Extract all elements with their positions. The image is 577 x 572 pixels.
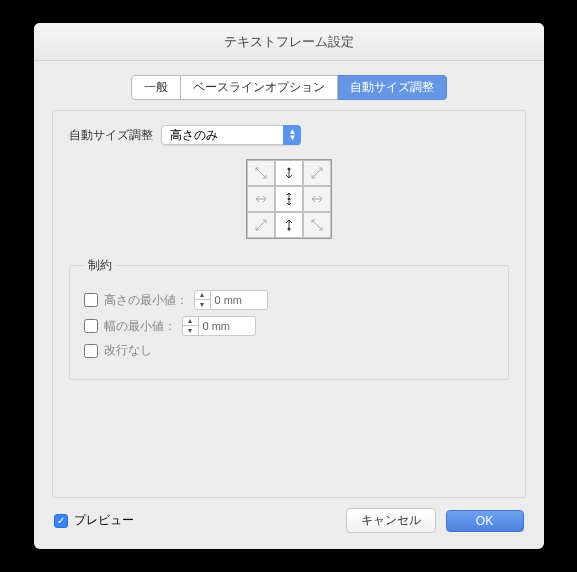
- autosize-select[interactable]: 高さのみ ▲▼: [161, 125, 301, 145]
- preview-label: プレビュー: [74, 512, 134, 529]
- tab-baseline[interactable]: ベースラインオプション: [181, 75, 338, 100]
- anchor-grid: [69, 159, 509, 239]
- min-width-input[interactable]: [199, 320, 255, 332]
- anchor-icon: [254, 218, 268, 232]
- constraints-legend: 制約: [84, 257, 116, 274]
- autosize-row: 自動サイズ調整 高さのみ ▲▼: [69, 125, 509, 145]
- anchor-top-center[interactable]: [275, 160, 303, 186]
- preview-checkbox[interactable]: ✓: [54, 514, 68, 528]
- ok-button[interactable]: OK: [446, 510, 524, 532]
- min-width-label: 幅の最小値：: [104, 318, 176, 335]
- constraints-fieldset: 制約 高さの最小値： ▲ ▼ 幅の最小値：: [69, 257, 509, 380]
- autosize-label: 自動サイズ調整: [69, 127, 153, 144]
- anchor-icon: [254, 192, 268, 206]
- anchor-mid-right: [303, 186, 331, 212]
- min-width-spinner[interactable]: ▲ ▼: [182, 316, 256, 336]
- dialog-content: 一般 ベースラインオプション 自動サイズ調整 自動サイズ調整 高さのみ ▲▼: [34, 61, 544, 549]
- stepper-up-icon[interactable]: ▲: [195, 290, 210, 300]
- anchor-icon: [254, 166, 268, 180]
- min-height-label: 高さの最小値：: [104, 292, 188, 309]
- min-height-input[interactable]: [211, 294, 267, 306]
- min-height-row: 高さの最小値： ▲ ▼: [84, 290, 494, 310]
- anchor-icon: [310, 192, 324, 206]
- tab-group: 一般 ベースラインオプション 自動サイズ調整: [52, 75, 526, 100]
- tab-autosize[interactable]: 自動サイズ調整: [338, 75, 447, 100]
- min-width-row: 幅の最小値： ▲ ▼: [84, 316, 494, 336]
- anchor-mid-left: [247, 186, 275, 212]
- anchor-icon: [310, 218, 324, 232]
- anchor-bottom-right: [303, 212, 331, 238]
- anchor-icon: [310, 166, 324, 180]
- anchor-icon: [282, 166, 296, 180]
- no-break-row: 改行なし: [84, 342, 494, 359]
- titlebar: テキストフレーム設定: [34, 23, 544, 61]
- anchor-bottom-center[interactable]: [275, 212, 303, 238]
- anchor-top-left: [247, 160, 275, 186]
- anchor-icon: [282, 192, 296, 206]
- svg-point-1: [287, 198, 290, 201]
- autosize-panel: 自動サイズ調整 高さのみ ▲▼: [52, 110, 526, 498]
- anchor-icon: [282, 218, 296, 232]
- dialog-footer: ✓ プレビュー キャンセル OK: [52, 508, 526, 533]
- anchor-bottom-left: [247, 212, 275, 238]
- dialog-title: テキストフレーム設定: [224, 33, 354, 51]
- min-height-spinner[interactable]: ▲ ▼: [194, 290, 268, 310]
- stepper-down-icon[interactable]: ▼: [183, 326, 198, 336]
- no-break-label: 改行なし: [104, 342, 152, 359]
- stepper-up-icon[interactable]: ▲: [183, 316, 198, 326]
- dialog-window: テキストフレーム設定 一般 ベースラインオプション 自動サイズ調整 自動サイズ調…: [34, 23, 544, 549]
- min-width-checkbox[interactable]: [84, 319, 98, 333]
- no-break-checkbox[interactable]: [84, 344, 98, 358]
- anchor-center[interactable]: [275, 186, 303, 212]
- cancel-button[interactable]: キャンセル: [346, 508, 436, 533]
- tab-general[interactable]: 一般: [131, 75, 181, 100]
- anchor-top-right: [303, 160, 331, 186]
- stepper-down-icon[interactable]: ▼: [195, 300, 210, 310]
- min-height-checkbox[interactable]: [84, 293, 98, 307]
